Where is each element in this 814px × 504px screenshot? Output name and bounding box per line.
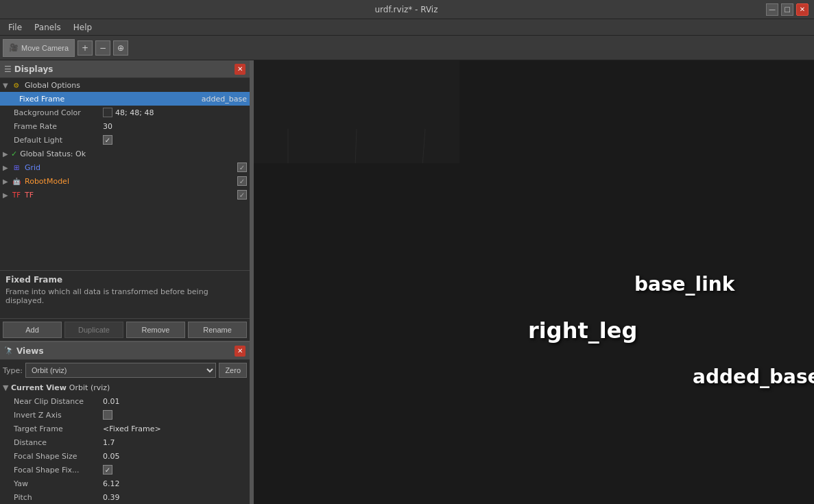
expand-icon: ▶ <box>3 191 11 199</box>
move-camera-icon: 🎥 <box>9 43 19 52</box>
views-toolbar: Type: Orbit (rviz) Zero <box>0 360 250 381</box>
expand-icon: ▶ <box>3 178 11 185</box>
base-link-label: base_link <box>634 273 734 296</box>
menu-file[interactable]: File <box>3 21 27 34</box>
window-title: urdf.rviz* - RViz <box>47 5 766 14</box>
remove-button[interactable]: Remove <box>126 322 185 338</box>
right-leg-label: right_leg <box>528 317 637 344</box>
global-status-row[interactable]: ▶ ✓ Global Status: Ok <box>0 147 250 160</box>
robotmodel-row[interactable]: ▶ 🤖 RobotModel ✓ <box>0 174 250 188</box>
toolbar: 🎥 Move Camera + − ⊕ <box>0 36 814 60</box>
bottom-buttons: Add Duplicate Remove Rename <box>0 318 250 341</box>
added-base-label: added_base <box>693 365 814 388</box>
tf-checkbox: ✓ <box>237 190 247 200</box>
global-options-row[interactable]: ▼ ⚙ Global Options <box>0 78 250 92</box>
default-light-row[interactable]: Default Light ✓ <box>0 133 250 147</box>
displays-title: ☰ Displays <box>4 64 53 74</box>
3d-viewport[interactable]: base_link right_leg added_base <box>254 60 814 504</box>
scene-labels: base_link right_leg added_base <box>254 60 814 504</box>
displays-tree: ▼ ⚙ Global Options Fixed Frame added_bas… <box>0 78 250 270</box>
main-layout: ☰ Displays ✕ ▼ ⚙ Global Options Fixed Fr… <box>0 60 814 504</box>
expand-icon: ▼ <box>3 383 11 392</box>
displays-close-button[interactable]: ✕ <box>235 64 246 75</box>
fixed-frame-row[interactable]: Fixed Frame added_base <box>0 92 250 106</box>
menu-panels[interactable]: Panels <box>29 21 67 34</box>
color-swatch <box>103 108 112 117</box>
robot-icon: 🤖 <box>11 176 22 187</box>
expand-icon: ▶ <box>3 164 11 171</box>
move-camera-button[interactable]: 🎥 Move Camera <box>3 39 75 57</box>
views-icon: 🔭 <box>4 346 14 355</box>
maximize-button[interactable]: □ <box>781 3 793 16</box>
focal-shape-fix-row[interactable]: Focal Shape Fix... ✓ <box>3 463 247 477</box>
grid-icon: ⊞ <box>11 162 22 173</box>
current-view-section: ▼ Current View Orbit (rviz) Near Clip Di… <box>0 381 250 504</box>
robotmodel-checkbox: ✓ <box>237 176 247 186</box>
pitch-row[interactable]: Pitch 0.39 <box>3 490 247 504</box>
background-color-row[interactable]: Background Color 48; 48; 48 <box>0 106 250 119</box>
minimize-button[interactable]: — <box>766 3 778 16</box>
views-title: 🔭 Views <box>4 346 44 356</box>
left-panel: ☰ Displays ✕ ▼ ⚙ Global Options Fixed Fr… <box>0 60 250 504</box>
titlebar: urdf.rviz* - RViz — □ ✕ <box>0 0 814 19</box>
displays-panel-header: ☰ Displays ✕ <box>0 60 250 78</box>
menu-help[interactable]: Help <box>68 21 97 34</box>
expand-icon: ▼ <box>3 82 11 89</box>
info-section: Fixed Frame Frame into which all data is… <box>0 270 250 318</box>
frame-rate-row[interactable]: Frame Rate 30 <box>0 119 250 133</box>
status-check-icon: ✓ <box>11 149 17 158</box>
tf-row[interactable]: ▶ TF TF ✓ <box>0 188 250 202</box>
target-frame-row[interactable]: Target Frame <Fixed Frame> <box>3 422 247 435</box>
gear-icon: ⚙ <box>11 80 22 91</box>
info-description: Frame into which all data is transformed… <box>5 287 244 305</box>
focal-shape-fix-checkbox: ✓ <box>103 465 112 475</box>
remove-display-button[interactable]: − <box>95 40 110 56</box>
focal-shape-size-row[interactable]: Focal Shape Size 0.05 <box>3 449 247 463</box>
grid-row[interactable]: ▶ ⊞ Grid ✓ <box>0 160 250 174</box>
default-light-checkbox: ✓ <box>103 135 112 145</box>
close-button[interactable]: ✕ <box>796 3 809 16</box>
add-button[interactable]: Add <box>3 322 62 338</box>
grid-checkbox: ✓ <box>237 163 247 172</box>
window-controls: — □ ✕ <box>766 3 809 16</box>
duplicate-button[interactable]: Duplicate <box>64 322 123 338</box>
yaw-row[interactable]: Yaw 6.12 <box>3 477 247 490</box>
add-display-button[interactable]: + <box>77 40 93 56</box>
views-section: 🔭 Views ✕ Type: Orbit (rviz) Zero ▼ Curr… <box>0 341 250 504</box>
views-panel-header: 🔭 Views ✕ <box>0 342 250 360</box>
views-close-button[interactable]: ✕ <box>235 346 246 357</box>
views-type-select[interactable]: Orbit (rviz) <box>25 363 216 378</box>
interact-button[interactable]: ⊕ <box>113 40 128 56</box>
current-view-header[interactable]: ▼ Current View Orbit (rviz) <box>3 381 247 394</box>
rename-button[interactable]: Rename <box>188 322 247 338</box>
tf-icon: TF <box>11 189 22 200</box>
invert-z-row[interactable]: Invert Z Axis <box>3 408 247 422</box>
menubar: File Panels Help <box>0 19 814 36</box>
info-title: Fixed Frame <box>5 275 244 285</box>
expand-icon: ▶ <box>3 150 11 158</box>
zero-button[interactable]: Zero <box>219 363 247 378</box>
displays-icon: ☰ <box>4 64 12 74</box>
distance-row[interactable]: Distance 1.7 <box>3 435 247 449</box>
invert-z-checkbox <box>103 410 112 420</box>
near-clip-row[interactable]: Near Clip Distance 0.01 <box>3 394 247 408</box>
